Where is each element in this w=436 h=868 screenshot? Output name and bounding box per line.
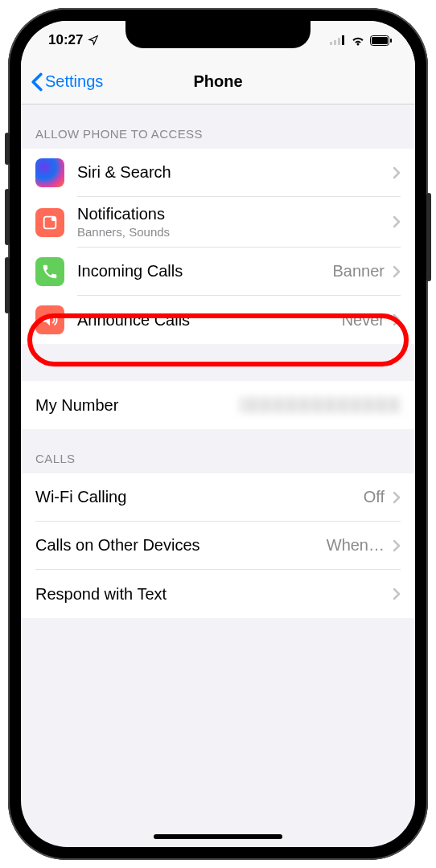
chevron-right-icon xyxy=(393,166,401,179)
nav-title: Phone xyxy=(193,72,242,91)
svg-rect-2 xyxy=(338,38,340,45)
row-group-calls: Wi-Fi Calling Off Calls on Other Devices… xyxy=(21,473,415,618)
wifi-icon xyxy=(351,35,365,46)
device-frame: 10:27 xyxy=(8,8,428,860)
notifications-icon xyxy=(35,208,64,237)
row-label: Respond with Text xyxy=(35,585,393,604)
row-siri-search[interactable]: Siri & Search xyxy=(21,149,415,197)
svg-rect-1 xyxy=(334,40,336,45)
row-label: Notifications xyxy=(77,205,393,223)
volume-up-button xyxy=(5,189,10,245)
volume-down-button xyxy=(5,257,10,313)
row-wifi-calling[interactable]: Wi-Fi Calling Off xyxy=(21,473,415,522)
back-button[interactable]: Settings xyxy=(31,72,103,92)
section-header-calls: Calls xyxy=(21,429,415,473)
row-value: Off xyxy=(364,488,385,506)
row-label: Announce Calls xyxy=(77,311,342,330)
home-indicator xyxy=(154,834,282,839)
announce-calls-icon xyxy=(35,305,64,334)
chevron-right-icon xyxy=(393,215,401,228)
cellular-icon xyxy=(330,35,346,45)
row-label: Siri & Search xyxy=(77,163,393,182)
row-calls-other-devices[interactable]: Calls on Other Devices When… xyxy=(21,522,415,570)
svg-rect-6 xyxy=(390,39,392,43)
content: Allow Phone to Access Siri & Search xyxy=(21,104,415,618)
location-icon xyxy=(88,35,99,46)
chevron-right-icon xyxy=(393,313,401,326)
row-notifications[interactable]: Notifications Banners, Sounds xyxy=(21,197,415,248)
notch xyxy=(125,21,311,48)
row-label: My Number xyxy=(35,396,240,415)
mute-switch xyxy=(5,133,10,165)
row-announce-calls[interactable]: Announce Calls Never xyxy=(21,296,415,344)
row-incoming-calls[interactable]: Incoming Calls Banner xyxy=(21,248,415,296)
row-group-my-number: My Number xyxy=(21,381,415,429)
chevron-right-icon xyxy=(393,539,401,552)
screen: 10:27 xyxy=(21,21,415,847)
svg-rect-0 xyxy=(330,42,332,45)
row-respond-with-text[interactable]: Respond with Text xyxy=(21,570,415,618)
svg-rect-3 xyxy=(342,35,344,45)
svg-rect-5 xyxy=(372,37,388,44)
side-button xyxy=(426,193,431,281)
nav-bar: Settings Phone xyxy=(21,59,415,104)
chevron-right-icon xyxy=(393,265,401,278)
battery-icon xyxy=(370,35,393,46)
chevron-right-icon xyxy=(393,491,401,504)
back-label: Settings xyxy=(45,72,103,91)
row-label: Wi-Fi Calling xyxy=(35,488,364,506)
siri-icon xyxy=(35,158,64,187)
svg-point-8 xyxy=(51,216,56,221)
row-value: Never xyxy=(342,311,385,330)
incoming-calls-icon xyxy=(35,257,64,286)
chevron-right-icon xyxy=(393,588,401,600)
chevron-left-icon xyxy=(31,72,43,92)
redacted-value xyxy=(240,397,401,413)
section-header-access: Allow Phone to Access xyxy=(21,104,415,149)
row-value: When… xyxy=(327,536,385,555)
row-sublabel: Banners, Sounds xyxy=(77,225,393,239)
row-label: Calls on Other Devices xyxy=(35,536,327,555)
row-value: Banner xyxy=(333,262,385,280)
row-label: Incoming Calls xyxy=(77,262,333,280)
row-my-number[interactable]: My Number xyxy=(21,381,415,429)
status-time: 10:27 xyxy=(48,32,83,48)
row-group-access: Siri & Search Notifications xyxy=(21,149,415,344)
